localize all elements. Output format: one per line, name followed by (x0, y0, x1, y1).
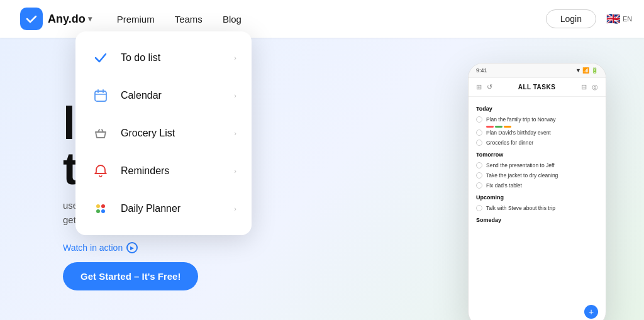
phone-status-bar: 9:41 ▼ 📶 🔋 (469, 63, 606, 78)
logo-text: Any.do (48, 13, 86, 26)
task-checkbox[interactable] (476, 162, 482, 168)
phone-task-list: Today Plan the family trip to Norway Pla… (469, 97, 606, 231)
task-text: Groceries for dinner (486, 140, 533, 146)
header-right: Login 🇬🇧 EN (546, 9, 624, 28)
logo-chevron: ▾ (88, 14, 92, 23)
svg-point-8 (101, 209, 105, 213)
tag-red (486, 126, 494, 128)
task-checkbox[interactable] (476, 172, 482, 179)
phone-icons: ▼ 📶 🔋 (575, 67, 598, 74)
basket-icon (91, 123, 111, 143)
task-text: Send the presentation to Jeff (486, 162, 555, 168)
dropdown-item-label-todo: To do list (121, 52, 234, 63)
section-tomorrow: Tomorrow (476, 152, 598, 158)
watch-link[interactable]: Watch in action ▶ (63, 242, 198, 253)
phone-toolbar-right: ⊟ ◎ (581, 83, 598, 91)
dropdown-item-label-reminders: Reminders (121, 165, 234, 177)
chevron-right-icon: › (234, 54, 236, 62)
grid-icon[interactable]: ⊞ (476, 83, 482, 91)
dropdown-item-label-grocery: Grocery List (121, 128, 234, 139)
task-text: Fix dad's tablet (486, 182, 522, 189)
section-upcoming: Upcoming (476, 194, 598, 201)
main-nav: Premium Teams Blog (117, 14, 242, 25)
nav-item-blog[interactable]: Blog (223, 14, 242, 25)
dropdown-item-reminders[interactable]: Reminders › (75, 152, 252, 190)
lang-label: EN (623, 15, 632, 23)
tag-orange (504, 126, 511, 128)
task-text: Plan David's birthday event (486, 130, 551, 136)
task-text: Take the jacket to dry cleaning (486, 172, 558, 179)
dropdown-menu: To do list › Calendar › Grocery List › (75, 31, 252, 235)
logo-icon[interactable] (20, 8, 43, 30)
task-item[interactable]: Take the jacket to dry cleaning (476, 170, 598, 180)
task-item[interactable]: Talk with Steve about this trip (476, 203, 598, 213)
nav-item-teams[interactable]: Teams (175, 14, 203, 25)
nav-item-premium[interactable]: Premium (117, 14, 155, 25)
language-selector[interactable]: 🇬🇧 EN (606, 13, 624, 25)
svg-point-6 (101, 204, 105, 208)
chevron-right-icon: › (234, 92, 236, 99)
phone-tab-label: ALL TASKS (518, 84, 556, 91)
task-item[interactable]: Groceries for dinner (476, 138, 598, 148)
task-text: Plan the family trip to Norway (486, 116, 556, 123)
login-button[interactable]: Login (546, 9, 596, 28)
phone-mockup: 9:41 ▼ 📶 🔋 ⊞ ↺ ALL TASKS ⊟ ◎ Today Plan … (468, 63, 606, 320)
add-task-button[interactable]: + (584, 305, 598, 319)
dots-icon (91, 199, 111, 219)
task-checkbox[interactable] (476, 205, 482, 211)
task-checkbox[interactable] (476, 182, 482, 189)
task-text: Talk with Steve about this trip (486, 205, 555, 211)
task-item[interactable]: Plan David's birthday event (476, 128, 598, 138)
dropdown-item-planner[interactable]: Daily Planner › (75, 190, 252, 228)
dropdown-item-label-calendar: Calendar (121, 90, 234, 101)
chevron-right-icon: › (234, 167, 236, 175)
check-icon (91, 48, 111, 68)
task-item[interactable]: Fix dad's tablet (476, 180, 598, 190)
svg-point-5 (96, 204, 100, 208)
section-someday: Someday (476, 217, 598, 223)
bell-icon (91, 161, 111, 181)
task-checkbox[interactable] (476, 140, 482, 146)
tag-green (495, 126, 502, 128)
refresh-icon[interactable]: ↺ (487, 83, 492, 91)
phone-toolbar: ⊞ ↺ ALL TASKS ⊟ ◎ (469, 78, 606, 97)
task-item[interactable]: Plan the family trip to Norway (476, 114, 598, 124)
dropdown-item-grocery[interactable]: Grocery List › (75, 114, 252, 152)
logo-link[interactable]: Any.do ▾ (48, 13, 92, 26)
phone-toolbar-left: ⊞ ↺ (476, 83, 492, 91)
layout-icon[interactable]: ⊟ (581, 83, 587, 91)
task-checkbox[interactable] (476, 116, 482, 123)
chevron-right-icon: › (234, 205, 236, 212)
task-item[interactable]: Send the presentation to Jeff (476, 160, 598, 170)
calendar-icon (91, 86, 111, 106)
task-checkbox[interactable] (476, 130, 482, 136)
dropdown-item-label-planner: Daily Planner (121, 203, 234, 214)
watch-label: Watch in action (63, 243, 123, 253)
svg-point-7 (96, 209, 100, 213)
filter-icon[interactable]: ◎ (592, 83, 598, 91)
play-icon: ▶ (126, 242, 138, 253)
dropdown-item-todo[interactable]: To do list › (75, 39, 252, 77)
cta-button[interactable]: Get Started – It's Free! (63, 262, 198, 290)
dropdown-item-calendar[interactable]: Calendar › (75, 77, 252, 114)
phone-time: 9:41 (476, 67, 487, 74)
section-today: Today (476, 106, 598, 112)
chevron-right-icon: › (234, 130, 236, 137)
svg-rect-0 (95, 91, 106, 101)
